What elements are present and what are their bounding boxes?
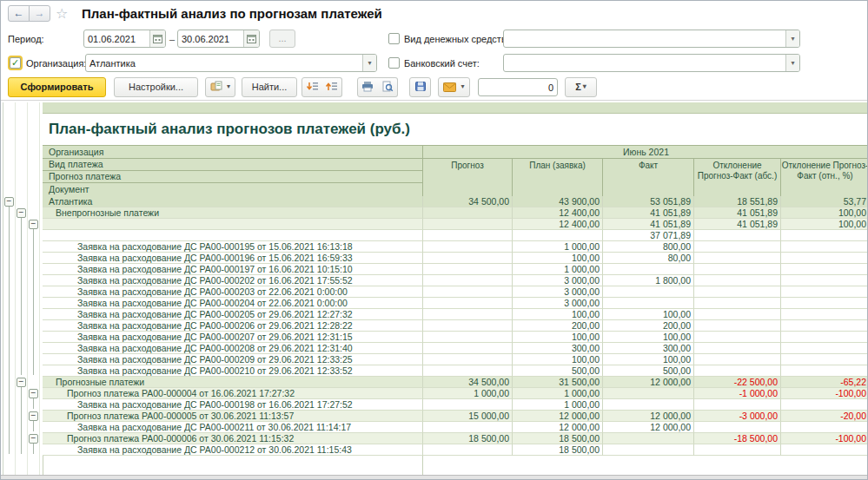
row-label[interactable]: Заявка на расходование ДС РА00-000212 от… [43,444,422,456]
bank-account-checkbox[interactable] [388,57,400,69]
table-cell[interactable] [780,365,868,377]
table-cell[interactable] [422,399,512,411]
chevron-down-icon[interactable]: ▾ [785,55,799,71]
cash-type-input[interactable] [504,30,785,47]
table-cell[interactable] [422,298,512,309]
table-cell[interactable] [602,388,693,399]
table-cell[interactable] [693,286,780,298]
table-cell[interactable] [422,354,512,365]
table-cell[interactable]: 41 051,89 [602,219,693,230]
settings-button[interactable]: Настройки... [114,77,198,97]
row-label[interactable]: Заявка на расходование ДС РА00-000205 от… [43,309,422,320]
collapse-group-button[interactable]: − [29,434,38,444]
collapse-group-button[interactable]: − [17,378,26,387]
forward-button[interactable]: → [29,5,50,22]
row-label[interactable]: Заявка на расходование ДС РА00-000203 от… [43,286,422,298]
row-header[interactable]: Вид платежа [43,159,422,171]
collapse-group-button[interactable]: − [29,389,38,398]
table-cell[interactable] [780,286,868,298]
table-cell[interactable]: -20,00 [780,411,868,422]
table-cell[interactable] [693,253,780,264]
row-header[interactable]: Прогноз платежа [43,171,422,183]
collapse-group-button[interactable]: − [4,197,14,207]
table-cell[interactable] [780,399,868,411]
table-cell[interactable]: -22 500,00 [693,377,780,388]
table-cell[interactable] [422,230,512,241]
column-header[interactable]: Отклонение Прогноз-Факт (абс.) [693,159,780,197]
back-button[interactable]: ← [8,5,30,22]
cash-type-combo[interactable]: ▾ [503,30,800,48]
organization-combo[interactable]: ▾ [85,54,377,72]
table-cell[interactable]: 12 000,00 [602,422,693,433]
table-cell[interactable]: 3 000,00 [512,275,602,286]
row-header[interactable]: Документ [43,183,422,197]
period-to-field[interactable] [177,30,260,48]
table-cell[interactable] [693,275,780,286]
table-cell[interactable]: 12 400,00 [512,207,602,219]
table-cell[interactable] [693,241,780,253]
table-cell[interactable] [693,309,780,320]
collapse-group-button[interactable]: − [29,220,38,229]
column-header[interactable]: Отклонение Прогноз-Факт (отн., %) [780,159,868,197]
table-cell[interactable] [693,365,780,377]
table-cell[interactable] [780,275,868,286]
row-label[interactable]: Атлантика [43,196,422,207]
table-cell[interactable]: 200,00 [512,320,602,332]
table-cell[interactable]: 100,00 [780,219,868,230]
counter-input[interactable] [479,79,557,95]
table-cell[interactable] [693,444,780,456]
row-label[interactable]: Прогноз платежа РА00-000006 от 30.06.202… [43,433,422,444]
table-cell[interactable] [780,343,868,354]
table-cell[interactable] [780,264,868,275]
table-cell[interactable]: 500,00 [602,365,693,377]
table-cell[interactable]: 300,00 [602,343,693,354]
row-label[interactable]: Заявка на расходование ДС РА00-000196 от… [43,253,422,264]
table-cell[interactable] [780,422,868,433]
table-cell[interactable] [512,230,602,241]
table-cell[interactable] [780,298,868,309]
row-label[interactable] [43,230,422,241]
table-cell[interactable]: 1 000,00 [512,388,602,399]
save-button[interactable] [409,77,431,97]
table-cell[interactable] [780,309,868,320]
table-cell[interactable]: 1 000,00 [512,399,602,411]
table-cell[interactable] [602,399,693,411]
table-cell[interactable] [422,275,512,286]
table-cell[interactable] [422,320,512,332]
table-cell[interactable]: 31 500,00 [512,377,602,388]
row-label[interactable]: Заявка на расходование ДС РА00-000204 от… [43,298,422,309]
column-header[interactable]: Факт [602,159,693,197]
table-cell[interactable] [422,286,512,298]
table-cell[interactable] [422,264,512,275]
table-cell[interactable]: 18 500,00 [512,433,602,444]
table-cell[interactable] [780,444,868,456]
table-cell[interactable]: 100,00 [512,354,602,365]
collapse-groups-button[interactable] [321,77,342,97]
table-cell[interactable]: 100,00 [512,332,602,343]
table-cell[interactable] [693,320,780,332]
table-cell[interactable]: -100,00 [780,388,868,399]
table-cell[interactable] [693,332,780,343]
table-cell[interactable]: 18 500,00 [512,444,602,456]
table-cell[interactable] [422,343,512,354]
row-label[interactable] [43,219,422,230]
table-cell[interactable]: 34 500,00 [422,196,512,207]
table-cell[interactable]: 1 000,00 [512,241,602,253]
row-label[interactable]: Прогноз платежа РА00-000005 от 30.06.202… [43,411,422,422]
row-label[interactable]: Заявка на расходование ДС РА00-000202 от… [43,275,422,286]
cash-type-checkbox[interactable] [388,33,400,44]
table-cell[interactable] [422,219,512,230]
table-cell[interactable]: 12 000,00 [512,422,602,433]
row-header[interactable]: Организация [43,146,422,159]
table-cell[interactable] [602,433,693,444]
table-cell[interactable] [780,230,868,241]
find-button[interactable]: Найти... [242,77,297,97]
table-cell[interactable]: 43 900,00 [512,196,602,207]
table-cell[interactable]: 100,00 [780,207,868,219]
table-cell[interactable] [422,444,512,456]
organization-checkbox[interactable]: ✓ [10,57,21,69]
table-cell[interactable]: 18 500,00 [422,433,512,444]
expand-groups-button[interactable] [301,77,322,97]
sum-button[interactable]: Σ▾ [565,77,597,97]
table-cell[interactable]: 80,00 [602,253,693,264]
